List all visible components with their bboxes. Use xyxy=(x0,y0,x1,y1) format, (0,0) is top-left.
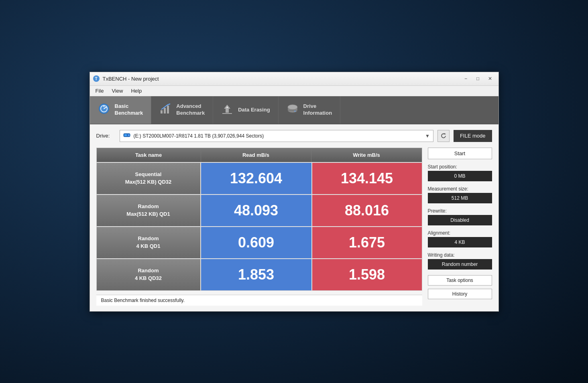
toolbar-btn-data-erasing[interactable]: Data Erasing xyxy=(213,96,278,124)
writing-data-label: Writing data: xyxy=(428,252,492,258)
close-button[interactable]: ✕ xyxy=(485,75,495,83)
status-text: Basic Benchmark finished successfully. xyxy=(101,298,185,303)
advanced-benchmark-icon xyxy=(159,103,171,117)
header-write: Write mB/s xyxy=(311,148,422,162)
svg-rect-4 xyxy=(161,110,163,113)
prewrite-value[interactable]: Disabled xyxy=(428,215,492,225)
drive-information-label: DriveInformation xyxy=(303,103,332,117)
benchmark-table-container: Task name Read mB/s Write mB/s Sequentia… xyxy=(96,148,422,306)
title-bar-controls: − □ ✕ xyxy=(461,75,495,83)
prewrite-label: Prewrite: xyxy=(428,208,492,214)
toolbar-btn-drive-information[interactable]: DriveInformation xyxy=(279,96,341,124)
read-value-0: 132.604 xyxy=(201,163,311,194)
svg-rect-6 xyxy=(167,105,169,113)
table-header: Task name Read mB/s Write mB/s xyxy=(97,148,422,162)
start-button[interactable]: Start xyxy=(428,148,492,159)
header-read: Read mB/s xyxy=(201,148,311,162)
drive-select-wrapper[interactable]: (E:) ST2000LM007-1R8174 1.81 TB (3,907,0… xyxy=(120,130,433,142)
minimize-button[interactable]: − xyxy=(461,75,471,83)
task-options-button[interactable]: Task options xyxy=(428,275,492,286)
menu-file[interactable]: File xyxy=(92,87,107,95)
benchmark-table: Task name Read mB/s Write mB/s Sequentia… xyxy=(96,148,422,291)
write-value-2: 1.675 xyxy=(311,227,422,258)
row-label-0: SequentialMax(512 KB) QD32 xyxy=(97,163,201,194)
table-row: RandomMax(512 KB) QD1 48.093 88.016 xyxy=(97,194,422,226)
drive-row: Drive: (E:) ST2000LM007-1R8174 1.81 TB (… xyxy=(96,130,492,142)
basic-benchmark-icon xyxy=(98,103,110,117)
menu-help[interactable]: Help xyxy=(128,87,145,95)
measurement-size-value[interactable]: 512 MB xyxy=(428,193,492,203)
data-erasing-icon xyxy=(221,103,233,117)
right-panel: Start Start position: 0 MB Measurement s… xyxy=(428,148,492,306)
table-row: SequentialMax(512 KB) QD32 132.604 134.1… xyxy=(97,162,422,194)
read-value-3: 1.853 xyxy=(201,259,311,290)
write-value-0: 134.145 xyxy=(311,163,422,194)
measurement-size-label: Measurement size: xyxy=(428,186,492,192)
drive-label: Drive: xyxy=(96,133,116,139)
alignment-value[interactable]: 4 KB xyxy=(428,237,492,247)
start-position-label: Start position: xyxy=(428,164,492,170)
advanced-benchmark-label: AdvancedBenchmark xyxy=(176,103,205,117)
svg-point-11 xyxy=(294,111,296,111)
content-area: Drive: (E:) ST2000LM007-1R8174 1.81 TB (… xyxy=(90,124,498,311)
window-title: TxBENCH - New project xyxy=(103,76,159,82)
svg-point-10 xyxy=(288,105,297,109)
toolbar: BasicBenchmark AdvancedBenchmark xyxy=(90,96,498,124)
basic-benchmark-label: BasicBenchmark xyxy=(115,103,143,117)
svg-rect-5 xyxy=(164,108,166,113)
app-icon: T xyxy=(93,75,100,82)
main-window: T TxBENCH - New project − □ ✕ File View … xyxy=(90,72,499,312)
menu-bar: File View Help xyxy=(90,86,498,96)
drive-refresh-button[interactable] xyxy=(437,130,450,142)
table-row: Random4 KB QD1 0.609 1.675 xyxy=(97,226,422,258)
writing-data-value[interactable]: Random number xyxy=(428,259,492,270)
table-row: Random4 KB QD32 1.853 1.598 xyxy=(97,258,422,290)
drive-information-icon xyxy=(287,103,299,117)
drive-icon xyxy=(123,132,130,139)
svg-point-14 xyxy=(128,134,130,136)
toolbar-btn-advanced-benchmark[interactable]: AdvancedBenchmark xyxy=(151,96,213,124)
toolbar-btn-basic-benchmark[interactable]: BasicBenchmark xyxy=(90,96,152,124)
write-value-1: 88.016 xyxy=(311,195,422,226)
drive-dropdown-arrow[interactable]: ▼ xyxy=(425,133,430,139)
row-label-1: RandomMax(512 KB) QD1 xyxy=(97,195,201,226)
row-label-2: Random4 KB QD1 xyxy=(97,227,201,258)
title-bar-left: T TxBENCH - New project xyxy=(93,75,159,82)
read-value-2: 0.609 xyxy=(201,227,311,258)
history-button[interactable]: History xyxy=(428,289,492,299)
header-task-name: Task name xyxy=(97,148,201,162)
svg-rect-13 xyxy=(124,134,127,136)
data-erasing-label: Data Erasing xyxy=(238,107,270,113)
status-bar: Basic Benchmark finished successfully. xyxy=(96,295,422,306)
file-mode-button[interactable]: FILE mode xyxy=(454,130,492,142)
row-label-3: Random4 KB QD32 xyxy=(97,259,201,290)
start-position-value[interactable]: 0 MB xyxy=(428,171,492,181)
maximize-button[interactable]: □ xyxy=(473,75,483,83)
read-value-1: 48.093 xyxy=(201,195,311,226)
main-layout: Task name Read mB/s Write mB/s Sequentia… xyxy=(96,148,492,306)
menu-view[interactable]: View xyxy=(108,87,126,95)
title-bar: T TxBENCH - New project − □ ✕ xyxy=(90,72,498,86)
alignment-label: Alignment: xyxy=(428,230,492,236)
drive-select-text: (E:) ST2000LM007-1R8174 1.81 TB (3,907,0… xyxy=(134,133,422,139)
write-value-3: 1.598 xyxy=(311,259,422,290)
